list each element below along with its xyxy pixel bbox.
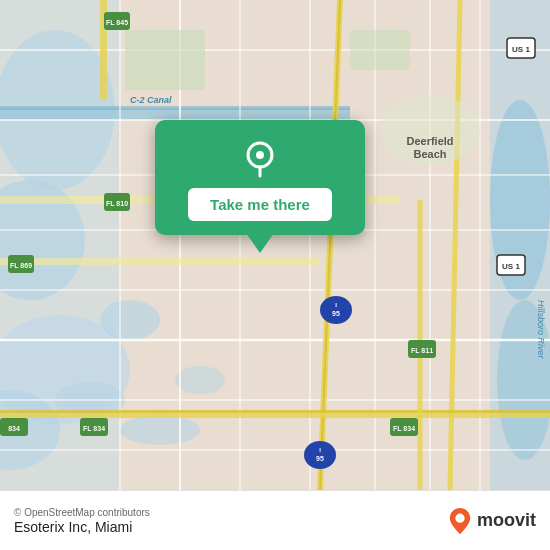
svg-text:FL 869: FL 869 xyxy=(10,262,32,269)
navigation-popup: Take me there xyxy=(155,120,365,235)
bottom-left-info: © OpenStreetMap contributors Esoterix In… xyxy=(14,507,150,535)
svg-text:US 1: US 1 xyxy=(512,45,530,54)
svg-text:95: 95 xyxy=(316,455,324,462)
svg-text:FL 811: FL 811 xyxy=(411,347,433,354)
svg-text:US 1: US 1 xyxy=(502,262,520,271)
svg-point-9 xyxy=(100,300,160,340)
take-me-there-button[interactable]: Take me there xyxy=(188,188,332,221)
svg-text:834: 834 xyxy=(8,425,20,432)
svg-point-11 xyxy=(120,415,200,445)
moovit-wordmark: moovit xyxy=(477,510,536,531)
svg-rect-39 xyxy=(125,30,205,90)
map-container: FL 845 FL 810 FL 869 FL 834 FL 834 FL 81… xyxy=(0,0,550,490)
svg-text:FL 845: FL 845 xyxy=(106,19,128,26)
location-name: Esoterix Inc, Miami xyxy=(14,519,150,535)
map-background: FL 845 FL 810 FL 869 FL 834 FL 834 FL 81… xyxy=(0,0,550,490)
svg-point-72 xyxy=(256,151,264,159)
bottom-bar: © OpenStreetMap contributors Esoterix In… xyxy=(0,490,550,550)
svg-rect-14 xyxy=(0,106,350,110)
svg-text:Hillsboro River: Hillsboro River xyxy=(536,300,546,360)
svg-rect-36 xyxy=(0,410,550,413)
copyright-text: © OpenStreetMap contributors xyxy=(14,507,150,518)
moovit-pin-icon xyxy=(449,508,471,534)
moovit-logo[interactable]: moovit xyxy=(449,508,536,534)
svg-text:Beach: Beach xyxy=(413,148,446,160)
location-pin-icon xyxy=(240,138,280,178)
svg-text:95: 95 xyxy=(332,310,340,317)
svg-text:C-2 Canal: C-2 Canal xyxy=(130,95,172,105)
svg-rect-40 xyxy=(350,30,410,70)
svg-point-12 xyxy=(175,366,225,394)
svg-text:FL 834: FL 834 xyxy=(83,425,105,432)
svg-point-74 xyxy=(455,513,464,522)
svg-text:FL 834: FL 834 xyxy=(393,425,415,432)
svg-rect-34 xyxy=(0,258,320,265)
svg-text:Deerfield: Deerfield xyxy=(406,135,453,147)
svg-text:FL 810: FL 810 xyxy=(106,200,128,207)
